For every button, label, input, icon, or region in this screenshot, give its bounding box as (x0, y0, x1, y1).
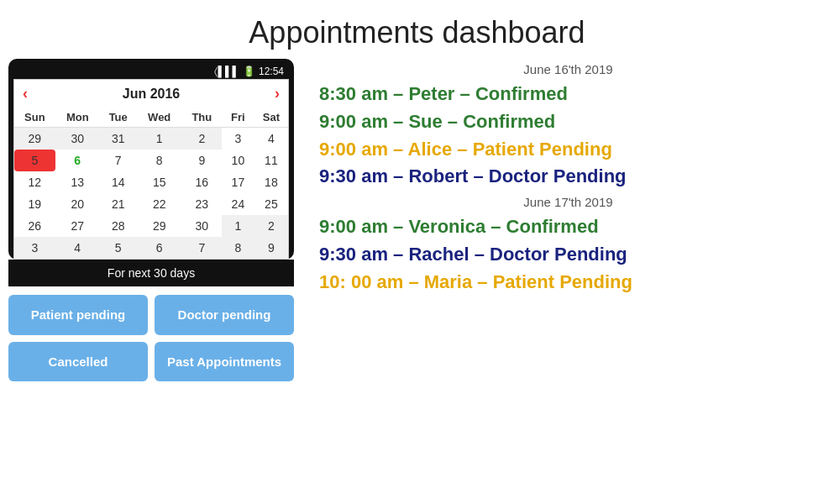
calendar-day[interactable]: 1 (137, 128, 182, 150)
calendar-prev-button[interactable]: ‹ (23, 85, 28, 102)
weekday-header: Wed (137, 108, 182, 128)
filter-btn-cancelled[interactable]: Cancelled (8, 342, 148, 382)
right-panel: June 16'th 20198:30 am – Peter – Confirm… (294, 59, 826, 309)
date-heading: June 17'th 2019 (319, 195, 817, 209)
time-display: 12:54 (259, 66, 284, 77)
battery-icon: 🔋 (243, 66, 255, 77)
calendar: ‹ Jun 2016 › SunMonTueWedThuFriSat 29303… (13, 79, 289, 260)
filter-btn-patient-pending[interactable]: Patient pending (8, 295, 148, 335)
calendar-day[interactable]: 13 (55, 171, 100, 193)
calendar-day[interactable]: 5 (100, 237, 137, 259)
calendar-day[interactable]: 9 (254, 237, 288, 259)
calendar-day[interactable]: 3 (222, 128, 254, 150)
calendar-day[interactable]: 31 (100, 128, 137, 150)
weekday-header: Fri (222, 108, 254, 128)
calendar-day[interactable]: 4 (254, 128, 288, 150)
appointment-item: 9:00 am – Veronica – Confirmed (319, 214, 817, 240)
calendar-day[interactable]: 26 (14, 215, 55, 237)
calendar-day[interactable]: 30 (55, 128, 100, 150)
calendar-day[interactable]: 10 (222, 150, 254, 171)
calendar-day[interactable]: 3 (14, 237, 55, 259)
page-title: Appointments dashboard (0, 0, 834, 59)
calendar-month-year: Jun 2016 (123, 87, 180, 102)
calendar-day[interactable]: 6 (55, 150, 100, 171)
weekday-header: Thu (182, 108, 222, 128)
calendar-day[interactable]: 28 (100, 215, 137, 237)
signal-icon: ▌▌▌ (218, 66, 239, 77)
date-section: June 17'th 20199:00 am – Veronica – Conf… (319, 195, 817, 295)
calendar-day[interactable]: 30 (182, 215, 222, 237)
calendar-day[interactable]: 2 (182, 128, 222, 150)
calendar-day[interactable]: 15 (137, 171, 182, 193)
calendar-day[interactable]: 29 (14, 128, 55, 150)
calendar-day[interactable]: 5 (14, 150, 55, 171)
appointment-item: 10: 00 am – Maria – Patient Pending (319, 270, 817, 296)
filter-btn-doctor-pending[interactable]: Doctor pending (155, 295, 294, 335)
calendar-day[interactable]: 16 (182, 171, 222, 193)
calendar-day[interactable]: 6 (137, 237, 182, 259)
calendar-day[interactable]: 17 (222, 171, 254, 193)
date-section: June 16'th 20198:30 am – Peter – Confirm… (319, 62, 817, 190)
calendar-day[interactable]: 14 (100, 171, 137, 193)
phone-frame: 〈 ▌▌▌ 🔋 12:54 ‹ Jun 2016 › SunMonTueWedT… (8, 59, 294, 260)
weekday-header: Mon (55, 108, 100, 128)
calendar-day[interactable]: 2 (254, 215, 288, 237)
calendar-day[interactable]: 18 (254, 171, 288, 193)
calendar-grid: SunMonTueWedThuFriSat 293031123456789101… (14, 108, 288, 259)
left-panel: 〈 ▌▌▌ 🔋 12:54 ‹ Jun 2016 › SunMonTueWedT… (8, 59, 294, 381)
calendar-day[interactable]: 20 (55, 193, 100, 215)
calendar-day[interactable]: 9 (182, 150, 222, 171)
appointment-item: 9:30 am – Rachel – Doctor Pending (319, 242, 817, 268)
calendar-day[interactable]: 25 (254, 193, 288, 215)
calendar-day[interactable]: 7 (100, 150, 137, 171)
appointment-item: 9:00 am – Sue – Confirmed (319, 109, 817, 135)
calendar-day[interactable]: 21 (100, 193, 137, 215)
calendar-day[interactable]: 4 (55, 237, 100, 259)
filter-buttons: Patient pendingDoctor pendingCancelledPa… (8, 286, 294, 381)
calendar-day[interactable]: 19 (14, 193, 55, 215)
date-heading: June 16'th 2019 (319, 62, 817, 76)
calendar-day[interactable]: 12 (14, 171, 55, 193)
weekday-header: Sat (254, 108, 288, 128)
calendar-next-button[interactable]: › (275, 85, 280, 102)
weekday-header: Sun (14, 108, 55, 128)
filter-btn-past-appointments[interactable]: Past Appointments (155, 342, 294, 382)
for-next-bar: For next 30 days (8, 260, 294, 286)
calendar-day[interactable]: 8 (137, 150, 182, 171)
calendar-day[interactable]: 27 (55, 215, 100, 237)
calendar-day[interactable]: 1 (222, 215, 254, 237)
appointment-item: 8:30 am – Peter – Confirmed (319, 81, 817, 108)
calendar-day[interactable]: 7 (182, 237, 222, 259)
calendar-day[interactable]: 11 (254, 150, 288, 171)
calendar-day[interactable]: 29 (137, 215, 182, 237)
calendar-day[interactable]: 24 (222, 193, 254, 215)
calendar-day[interactable]: 23 (182, 193, 222, 215)
status-bar: 〈 ▌▌▌ 🔋 12:54 (13, 64, 289, 79)
appointment-item: 9:30 am – Robert – Doctor Pending (319, 164, 817, 190)
appointment-item: 9:00 am – Alice – Patient Pending (319, 137, 817, 163)
calendar-day[interactable]: 22 (137, 193, 182, 215)
weekday-header: Tue (100, 108, 137, 128)
calendar-day[interactable]: 8 (222, 237, 254, 259)
calendar-header: ‹ Jun 2016 › (14, 80, 288, 108)
